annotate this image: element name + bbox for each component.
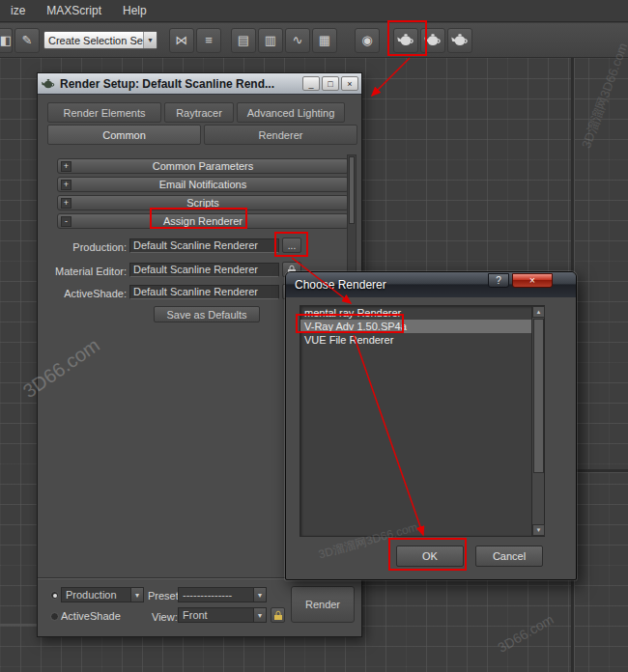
viewport-lock-button[interactable]: [271, 607, 285, 623]
expand-icon[interactable]: +: [61, 198, 71, 209]
tab-row-1: Render Elements Raytracer Advanced Light…: [47, 102, 345, 123]
activeshade-radio[interactable]: [50, 612, 59, 621]
tab-renderer[interactable]: Renderer: [204, 125, 357, 145]
rollout-scripts[interactable]: + Scripts: [57, 195, 349, 210]
renderer-list: mental ray Renderer V-Ray Adv 1.50.SP4a …: [300, 305, 545, 537]
named-selection-dropdown[interactable]: Create Selection Se: [43, 31, 157, 49]
view-label: View:: [152, 611, 178, 623]
menu-item-customize[interactable]: ize: [0, 4, 36, 17]
activeshade-renderer-field[interactable]: Default Scanline Renderer: [129, 285, 279, 299]
expand-icon[interactable]: +: [61, 180, 71, 190]
preset-value: --------------: [179, 589, 253, 601]
rendered-frame-window-icon[interactable]: [420, 28, 445, 53]
minimize-icon[interactable]: _: [302, 76, 320, 91]
material-editor-renderer-field[interactable]: Default Scanline Renderer: [129, 263, 279, 277]
chevron-down-icon[interactable]: [143, 32, 157, 48]
rollout-email-notifications[interactable]: + Email Notifications: [57, 177, 349, 192]
menu-item-maxscript[interactable]: MAXScript: [36, 4, 112, 17]
tab-common[interactable]: Common: [47, 125, 201, 145]
rollout-label: Scripts: [74, 197, 331, 209]
graphite-modeling-icon[interactable]: ▥: [258, 28, 283, 53]
target-mode-value: Production: [62, 589, 130, 601]
menu-item-help[interactable]: Help: [112, 4, 157, 17]
rollout-common-parameters[interactable]: + Common Parameters: [57, 158, 349, 174]
scroll-down-icon[interactable]: [532, 524, 545, 536]
main-toolbar: ◧ ✎ Create Selection Se ⋈ ≡ ▤ ▥ ∿ ▦ ◉: [0, 23, 628, 58]
material-editor-label: Material Editor:: [51, 266, 127, 277]
maximize-icon[interactable]: □: [322, 76, 339, 91]
chevron-down-icon[interactable]: [253, 588, 266, 602]
list-scrollbar[interactable]: [531, 306, 544, 536]
rollout-label: Common Parameters: [74, 160, 331, 172]
tab-raytracer[interactable]: Raytracer: [164, 102, 234, 123]
production-radio[interactable]: [50, 591, 59, 600]
render-setup-bottom-bar: Production Preset: -------------- Active…: [38, 578, 361, 636]
production-browse-button[interactable]: ...: [282, 238, 301, 253]
align-icon[interactable]: ≡: [196, 28, 221, 53]
choose-renderer-title: Choose Renderer: [295, 278, 386, 292]
help-icon[interactable]: ?: [488, 273, 509, 288]
preset-dropdown[interactable]: --------------: [178, 587, 267, 602]
render-setup-window-icon: [41, 78, 56, 90]
ok-button[interactable]: OK: [396, 546, 464, 567]
render-production-teapot-icon[interactable]: [447, 28, 472, 53]
production-label: Production:: [51, 241, 127, 253]
cancel-button[interactable]: Cancel: [475, 546, 543, 567]
list-item-vray[interactable]: V-Ray Adv 1.50.SP4a: [300, 320, 531, 333]
activeshade-label: ActiveShade:: [51, 288, 127, 299]
menu-bar: ize MAXScript Help: [0, 0, 628, 22]
close-icon[interactable]: ×: [341, 76, 358, 91]
production-renderer-field[interactable]: Default Scanline Renderer: [129, 238, 279, 253]
curve-editor-icon[interactable]: ∿: [285, 28, 310, 53]
tab-row-2: Common Renderer: [47, 125, 357, 145]
collapse-icon[interactable]: -: [61, 216, 71, 227]
close-icon[interactable]: ×: [512, 273, 553, 288]
material-editor-icon[interactable]: ◉: [355, 28, 380, 53]
chevron-down-icon[interactable]: [130, 588, 143, 602]
manage-layers-icon[interactable]: ▤: [231, 28, 256, 53]
expand-icon[interactable]: +: [61, 161, 71, 172]
lock-icon: [273, 610, 283, 621]
partial-icon[interactable]: ◧: [0, 28, 13, 53]
target-mode-dropdown[interactable]: Production: [61, 587, 144, 602]
list-item-mental-ray[interactable]: mental ray Renderer: [300, 306, 531, 320]
render-setup-title: Render Setup: Default Scanline Rend...: [56, 77, 300, 91]
render-setup-titlebar[interactable]: Render Setup: Default Scanline Rend... _…: [38, 73, 361, 95]
scrollbar-thumb[interactable]: [349, 156, 355, 224]
save-as-defaults-button[interactable]: Save as Defaults: [154, 306, 260, 322]
chevron-down-icon[interactable]: [253, 608, 266, 622]
schematic-view-icon[interactable]: ▦: [312, 28, 337, 53]
edit-named-selection-sets-icon[interactable]: ✎: [14, 28, 40, 53]
mirror-icon[interactable]: ⋈: [169, 28, 194, 53]
preset-label: Preset:: [148, 590, 182, 602]
rollout-assign-renderer[interactable]: - Assign Renderer: [57, 213, 349, 229]
rollout-label: Assign Renderer: [74, 215, 331, 227]
render-button[interactable]: Render: [291, 586, 355, 623]
choose-renderer-dialog: Choose Renderer ? × mental ray Renderer …: [285, 271, 577, 580]
view-value: Front: [179, 609, 253, 621]
render-setup-teapot-icon[interactable]: [393, 28, 418, 53]
rollout-label: Email Notifications: [74, 179, 331, 190]
scroll-up-icon[interactable]: [532, 306, 545, 318]
tab-render-elements[interactable]: Render Elements: [47, 102, 161, 123]
list-item-vue-file[interactable]: VUE File Renderer: [300, 333, 531, 347]
view-dropdown[interactable]: Front: [178, 607, 267, 623]
activeshade-mode-label: ActiveShade: [61, 610, 121, 622]
scrollbar-thumb[interactable]: [533, 319, 544, 473]
named-selection-value: Create Selection Se: [44, 35, 143, 46]
viewport-divider-horizontal[interactable]: [574, 469, 628, 472]
tab-advanced-lighting[interactable]: Advanced Lighting: [237, 102, 345, 123]
